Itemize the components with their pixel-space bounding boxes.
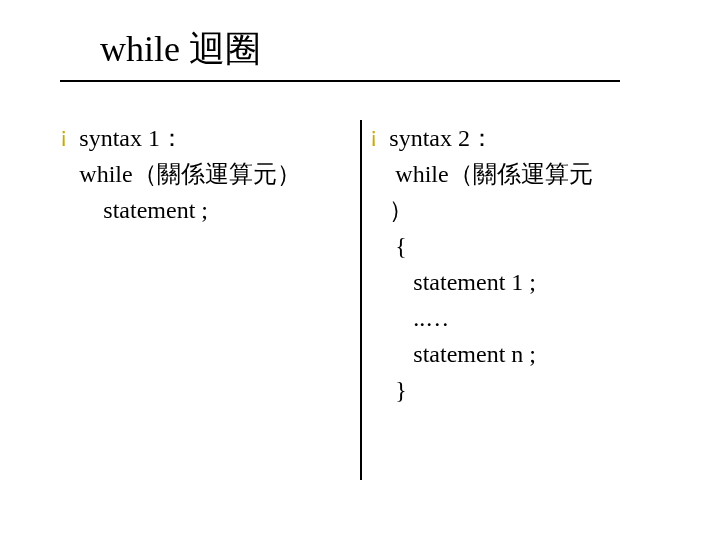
column-divider xyxy=(360,120,362,480)
right-text-block: syntax 2： while（關係運算元 ） { statement 1 ; … xyxy=(389,120,592,408)
title-area: while 迴圈 xyxy=(100,30,261,70)
right-line-4: { xyxy=(389,228,592,264)
bullet-icon: ¡ xyxy=(370,120,377,152)
bullet-item-left: ¡ syntax 1： while（關係運算元） statement ; xyxy=(60,120,350,228)
right-line-6: ..… xyxy=(389,300,592,336)
right-line-5: statement 1 ; xyxy=(389,264,592,300)
bullet-item-right: ¡ syntax 2： while（關係運算元 ） { statement 1 … xyxy=(370,120,670,408)
content-area: ¡ syntax 1： while（關係運算元） statement ; ¡ s… xyxy=(60,120,660,500)
slide: while 迴圈 ¡ syntax 1： while（關係運算元） statem… xyxy=(0,0,720,540)
right-line-1: syntax 2： xyxy=(389,120,592,156)
left-line-1: syntax 1： xyxy=(79,120,300,156)
right-line-7: statement n ; xyxy=(389,336,592,372)
right-line-8: } xyxy=(389,372,592,408)
bullet-icon: ¡ xyxy=(60,120,67,152)
slide-title: while 迴圈 xyxy=(100,30,261,70)
right-line-3: ） xyxy=(389,192,592,228)
title-underline xyxy=(60,80,620,82)
left-text-block: syntax 1： while（關係運算元） statement ; xyxy=(79,120,300,228)
right-line-2: while（關係運算元 xyxy=(389,156,592,192)
left-line-3: statement ; xyxy=(79,192,300,228)
column-left: ¡ syntax 1： while（關係運算元） statement ; xyxy=(60,120,350,228)
column-right: ¡ syntax 2： while（關係運算元 ） { statement 1 … xyxy=(370,120,670,408)
left-line-2: while（關係運算元） xyxy=(79,156,300,192)
